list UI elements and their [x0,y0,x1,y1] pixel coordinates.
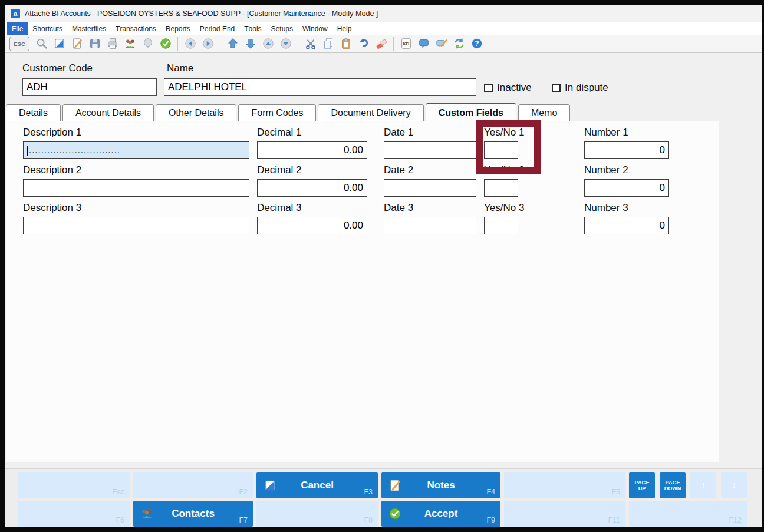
nav-previous-icon[interactable] [182,36,198,52]
down-arrow-icon: ↓ [732,480,737,491]
date-1-input[interactable] [384,141,476,159]
date-3-label: Date 3 [384,202,476,214]
description-1-input[interactable]: .............................. [23,141,249,159]
up-arrow-icon: ↑ [701,480,706,491]
inactive-label: Inactive [497,82,532,94]
fn-f11-button[interactable]: F11 [504,501,625,527]
description-2-label: Description 2 [23,164,249,176]
scroll-up-button[interactable]: ↑ [690,472,716,498]
contacts-icon[interactable] [122,36,138,52]
print-icon[interactable] [104,36,120,52]
name-input[interactable]: ADELPHI HOTEL [164,78,476,96]
esc-button[interactable]: ESC [9,37,29,51]
yes-no-2-input[interactable] [484,179,518,197]
decimal-1-label: Decimal 1 [257,127,367,138]
save-icon[interactable] [87,36,103,52]
search-icon[interactable] [34,36,50,52]
copy-icon[interactable] [320,36,336,52]
kfi-icon[interactable] [398,36,414,52]
help-icon[interactable] [469,36,485,52]
customer-code-label: Customer Code [22,62,93,74]
decimal-2-label: Decimal 2 [257,164,367,176]
nav-last-icon[interactable] [278,36,294,52]
main-window: a Attaché BI Accounts - POSEIDON OYSTERS… [5,5,762,527]
move-down-icon[interactable] [242,36,258,52]
description-2-input[interactable] [23,179,249,197]
tab-other-details[interactable]: Other Details [156,104,236,121]
description-3-input[interactable] [23,217,249,234]
move-up-icon[interactable] [225,36,241,52]
tab-details[interactable]: Details [6,104,61,121]
undo-icon[interactable] [355,36,371,52]
number-2-input[interactable]: 0 [584,179,669,197]
page-down-button[interactable]: PAGE DOWN [660,472,686,498]
tab-account-details[interactable]: Account Details [62,104,154,121]
balloon-icon[interactable] [140,36,156,52]
toolbar-separator [220,37,220,51]
decimal-1-input[interactable]: 0.00 [257,141,367,159]
menu-item-period-end[interactable]: Period End [195,22,239,35]
date-3-input[interactable] [384,217,476,234]
description-1-label: Description 1 [23,127,249,138]
cancel-button[interactable]: CancelF3 [256,472,378,498]
number-1-input[interactable]: 0 [584,141,669,159]
menu-item-reports[interactable]: Reports [161,22,195,35]
date-1-label: Date 1 [384,127,476,138]
tab-form-codes[interactable]: Form Codes [238,104,316,121]
in-dispute-checkbox-group: In dispute [552,82,608,94]
function-key-panel: Esc F2 CancelF3 NotesF4 F5 PAGE UP PAGE … [5,468,762,527]
nav-first-icon[interactable] [260,36,276,52]
description-3-label: Description 3 [23,202,249,214]
yes-no-3-label: Yes/No 3 [484,202,518,214]
fn-f5-button[interactable]: F5 [504,472,625,498]
fn-f12-button[interactable]: F12 [629,501,747,527]
cut-icon[interactable] [302,36,318,52]
fn-esc-button[interactable]: Esc [18,472,130,498]
menu-item-help[interactable]: Help [332,22,357,35]
tab-document-delivery[interactable]: Document Delivery [318,104,423,121]
eraser-icon[interactable] [373,36,389,52]
in-dispute-checkbox[interactable] [552,84,561,92]
date-2-input[interactable] [384,179,476,197]
tab-memo[interactable]: Memo [518,104,570,121]
tab-custom-fields[interactable]: Custom Fields [426,103,516,121]
menu-item-shortcuts[interactable]: Shortcuts [28,22,67,35]
refresh-icon[interactable] [451,36,467,52]
yes-no-3-input[interactable] [484,217,518,234]
name-label: Name [167,62,193,74]
fn-f2-button[interactable]: F2 [133,472,253,498]
yes-no-1-input[interactable] [484,141,518,159]
menu-item-tools[interactable]: Tools [239,22,266,35]
contacts-button[interactable]: ContactsF7 [133,501,253,527]
number-1-label: Number 1 [584,127,669,138]
inactive-checkbox[interactable] [484,84,493,92]
accept-icon[interactable] [157,36,173,52]
menu-item-setups[interactable]: Setups [266,22,298,35]
page-up-button[interactable]: PAGE UP [629,472,655,498]
accept-button[interactable]: AcceptF9 [381,501,500,527]
menu-item-masterfiles[interactable]: Masterfiles [67,22,111,35]
yes-no-1-label: Yes/No 1 [484,127,518,138]
app-logo-icon: a [11,9,20,18]
in-dispute-label: In dispute [565,82,608,94]
scroll-down-button[interactable]: ↓ [721,472,747,498]
paste-icon[interactable] [338,36,354,52]
comment-icon[interactable] [416,36,432,52]
number-3-input[interactable]: 0 [584,217,669,234]
menu-item-file[interactable]: File [7,22,28,35]
new-document-icon[interactable] [51,36,67,52]
toolbar-separator [298,37,298,51]
menu-item-transactions[interactable]: Transactions [111,22,161,35]
edit-document-icon[interactable] [69,36,85,52]
inactive-checkbox-group: Inactive [484,82,532,94]
fn-f6-button[interactable]: F6 [18,501,130,527]
customer-code-input[interactable]: ADH [22,78,157,96]
edit-note-icon[interactable] [433,36,449,52]
fn-f8-button[interactable]: F8 [256,501,378,527]
text-caret [27,146,28,156]
nav-next-icon[interactable] [200,36,216,52]
decimal-2-input[interactable]: 0.00 [257,179,367,197]
menu-item-window[interactable]: Window [298,22,332,35]
decimal-3-input[interactable]: 0.00 [257,217,367,234]
notes-button[interactable]: NotesF4 [381,472,500,498]
